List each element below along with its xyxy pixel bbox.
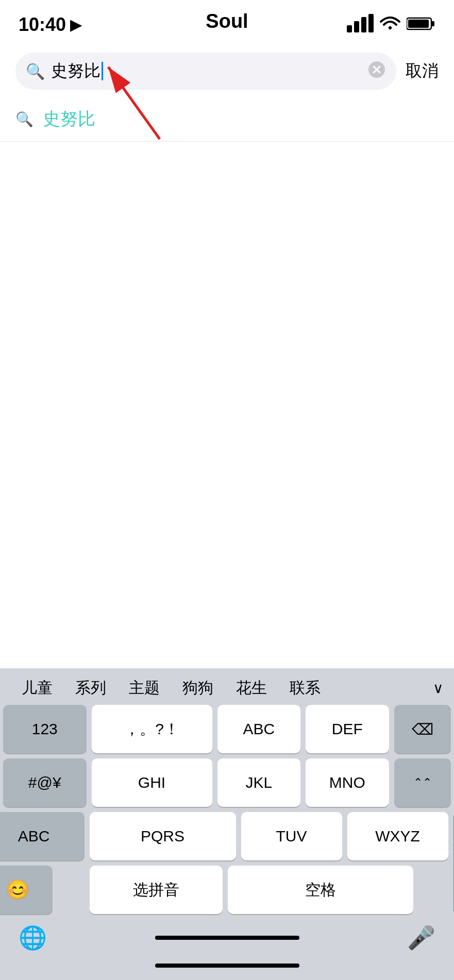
key-tuv-label: TUV	[276, 827, 307, 845]
expand-icon[interactable]: ∨	[433, 680, 444, 697]
clear-button[interactable]	[367, 60, 386, 82]
key-shift[interactable]: ⌃⌃	[394, 758, 451, 807]
kb-row-1: 123 ，。?！ ABC DEF ⌫	[3, 705, 451, 753]
search-input[interactable]: 史努比	[51, 60, 361, 82]
search-input-value: 史努比	[51, 60, 100, 82]
keyboard-area: 儿童 系列 主题 狗狗 花生 联系 ∨ 123 ，。?！ ABC DEF ⌫	[0, 668, 454, 980]
home-indicator	[155, 936, 299, 940]
key-punctuation[interactable]: ，。?！	[92, 705, 212, 753]
key-pqrs-label: PQRS	[141, 827, 184, 845]
key-ghi[interactable]: GHI	[92, 758, 212, 807]
key-123[interactable]: 123	[3, 705, 87, 753]
key-emoji[interactable]: 😊	[0, 866, 53, 914]
key-space[interactable]: 空格	[228, 866, 413, 914]
location-icon: ▶	[70, 16, 81, 33]
suggestion-row[interactable]: 🔍 史努比	[0, 97, 454, 142]
cancel-button[interactable]: 取消	[406, 60, 439, 82]
svg-rect-6	[408, 20, 429, 28]
search-area: 🔍 史努比 取消	[0, 45, 454, 97]
key-abc-switch[interactable]: ABC	[0, 812, 85, 860]
search-box[interactable]: 🔍 史努比	[15, 53, 396, 90]
key-punctuation-label: ，。?！	[124, 719, 179, 740]
signal-icon	[347, 14, 374, 36]
quick-word-2[interactable]: 主题	[117, 678, 171, 699]
time-display: 10:40	[19, 14, 66, 36]
key-wxyz[interactable]: WXYZ	[347, 812, 448, 860]
key-mno[interactable]: MNO	[306, 758, 389, 807]
key-pinyin[interactable]: 选拼音	[90, 866, 223, 914]
key-ghi-label: GHI	[138, 774, 165, 791]
app-title: Soul	[206, 10, 248, 32]
key-def[interactable]: DEF	[306, 705, 389, 753]
quick-word-1[interactable]: 系列	[64, 678, 117, 699]
key-tuv[interactable]: TUV	[241, 812, 342, 860]
status-bar: 10:40 ▶ Soul	[0, 0, 454, 45]
key-def-label: DEF	[332, 720, 363, 738]
shift-icon: ⌃⌃	[413, 776, 432, 789]
key-123-label: 123	[32, 720, 58, 738]
key-space-label: 空格	[305, 880, 336, 901]
wifi-icon	[379, 14, 401, 35]
status-icons	[347, 14, 435, 36]
search-icon: 🔍	[26, 62, 45, 80]
home-bar	[155, 964, 299, 968]
key-pinyin-label: 选拼音	[133, 880, 179, 901]
key-jkl-label: JKL	[245, 774, 272, 791]
quick-word-0[interactable]: 儿童	[10, 678, 64, 699]
key-symbol[interactable]: #@¥	[3, 758, 87, 807]
key-abc-switch-label: ABC	[18, 827, 50, 845]
text-cursor	[102, 62, 103, 80]
key-symbol-label: #@¥	[28, 774, 61, 791]
battery-icon	[407, 16, 435, 33]
svg-rect-2	[361, 17, 366, 32]
keyboard-keys: 123 ，。?！ ABC DEF ⌫ #@¥ GHI JKL	[0, 705, 454, 917]
svg-rect-0	[347, 25, 352, 32]
key-abc-label: ABC	[243, 720, 275, 738]
key-pqrs[interactable]: PQRS	[90, 812, 236, 860]
svg-rect-5	[431, 21, 434, 26]
key-abc[interactable]: ABC	[217, 705, 301, 753]
key-delete[interactable]: ⌫	[394, 705, 451, 753]
key-mno-label: MNO	[329, 774, 365, 791]
key-wxyz-label: WXYZ	[375, 827, 420, 845]
globe-icon[interactable]: 🌐	[19, 924, 47, 951]
status-time: 10:40 ▶	[19, 14, 81, 36]
keyboard-bottom-icons: 🌐 🎤	[0, 917, 454, 958]
key-jkl[interactable]: JKL	[217, 758, 301, 807]
quick-word-4[interactable]: 花生	[225, 678, 278, 699]
suggestion-search-icon: 🔍	[15, 111, 33, 128]
mic-icon[interactable]: 🎤	[407, 924, 435, 951]
kb-row-2: #@¥ GHI JKL MNO ⌃⌃	[3, 758, 451, 807]
emoji-icon: 😊	[6, 879, 29, 901]
svg-rect-3	[368, 14, 374, 32]
quick-word-5[interactable]: 联系	[278, 678, 332, 699]
svg-rect-1	[354, 21, 359, 32]
suggestion-text: 史努比	[43, 107, 95, 131]
delete-icon: ⌫	[412, 720, 433, 738]
quick-words-row: 儿童 系列 主题 狗狗 花生 联系 ∨	[0, 668, 454, 705]
quick-word-3[interactable]: 狗狗	[171, 678, 225, 699]
